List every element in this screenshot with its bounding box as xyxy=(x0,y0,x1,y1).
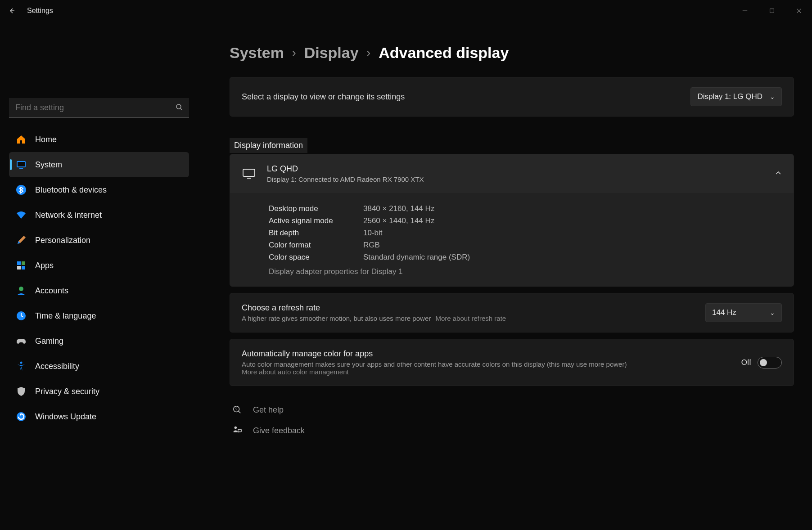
info-row: Color format RGB xyxy=(269,241,782,250)
search-wrap xyxy=(9,98,189,118)
svg-point-12 xyxy=(20,362,23,364)
sidebar-item-label: System xyxy=(35,160,62,170)
network-icon xyxy=(15,209,27,221)
svg-rect-3 xyxy=(18,162,25,166)
sidebar-item-label: Accounts xyxy=(35,286,68,296)
back-button[interactable] xyxy=(7,6,16,15)
refresh-rate-dropdown[interactable]: 144 Hz ⌄ xyxy=(705,303,782,322)
sidebar-item-system[interactable]: System xyxy=(9,152,189,177)
info-key: Bit depth xyxy=(269,229,354,238)
gaming-icon xyxy=(15,335,27,347)
apps-icon xyxy=(15,260,27,271)
svg-rect-8 xyxy=(17,266,21,269)
refresh-rate-card: Choose a refresh rate A higher rate give… xyxy=(230,293,794,332)
titlebar: Settings xyxy=(0,0,812,22)
svg-point-10 xyxy=(19,287,23,291)
sidebar-item-network[interactable]: Network & internet xyxy=(9,202,189,228)
info-value: 2560 × 1440, 144 Hz xyxy=(363,216,434,225)
auto-color-sub: Auto color management makes sure your ap… xyxy=(242,360,627,376)
display-info-card: LG QHD Display 1: Connected to AMD Radeo… xyxy=(230,154,794,287)
sidebar-item-gaming[interactable]: Gaming xyxy=(9,328,189,354)
bluetooth-icon xyxy=(15,184,27,196)
auto-color-card: Automatically manage color for apps Auto… xyxy=(230,339,794,386)
sidebar-item-home[interactable]: Home xyxy=(9,127,189,152)
chevron-down-icon: ⌄ xyxy=(770,309,775,316)
info-value: 10-bit xyxy=(363,229,383,238)
titlebar-left: Settings xyxy=(7,6,53,15)
sidebar-item-label: Time & language xyxy=(35,311,96,321)
time-language-icon xyxy=(15,310,27,322)
display-info-body: Desktop mode 3840 × 2160, 144 Hz Active … xyxy=(230,193,794,286)
auto-color-toggle-wrap: Off xyxy=(741,357,782,368)
display-name: LG QHD xyxy=(267,164,424,174)
chevron-up-icon xyxy=(775,170,782,178)
sidebar-item-label: Home xyxy=(35,135,57,144)
info-value: 3840 × 2160, 144 Hz xyxy=(363,204,434,213)
sidebar-item-windows-update[interactable]: Windows Update xyxy=(9,404,189,429)
info-row: Active signal mode 2560 × 1440, 144 Hz xyxy=(269,216,782,225)
get-help-link[interactable]: ? Get help xyxy=(230,400,794,420)
nav-list: Home System Bluetooth & devices Network … xyxy=(9,127,189,429)
monitor-icon xyxy=(242,166,256,181)
close-button[interactable] xyxy=(795,7,803,15)
sidebar-item-time-language[interactable]: Time & language xyxy=(9,303,189,328)
info-value: RGB xyxy=(363,241,380,250)
accounts-icon xyxy=(15,285,27,296)
sidebar-item-label: Gaming xyxy=(35,337,63,346)
sidebar-item-apps[interactable]: Apps xyxy=(9,253,189,278)
sidebar: Home System Bluetooth & devices Network … xyxy=(0,22,198,530)
minimize-button[interactable] xyxy=(741,7,749,15)
sidebar-item-label: Windows Update xyxy=(35,412,96,422)
chevron-right-icon: › xyxy=(367,46,371,60)
display-info-header[interactable]: LG QHD Display 1: Connected to AMD Radeo… xyxy=(230,154,794,193)
window-controls xyxy=(741,7,805,15)
info-key: Color space xyxy=(269,253,354,262)
info-value: Standard dynamic range (SDR) xyxy=(363,253,470,262)
display-selector-card: Select a display to view or change its s… xyxy=(230,77,794,117)
display-selector-value: Display 1: LG QHD xyxy=(697,92,762,101)
personalization-icon xyxy=(15,234,27,246)
info-key: Active signal mode xyxy=(269,216,354,225)
breadcrumb-system[interactable]: System xyxy=(230,44,284,62)
feedback-icon xyxy=(231,425,243,436)
breadcrumb-current: Advanced display xyxy=(379,44,509,62)
sidebar-item-personalization[interactable]: Personalization xyxy=(9,228,189,253)
sidebar-item-privacy[interactable]: Privacy & security xyxy=(9,379,189,404)
display-connection: Display 1: Connected to AMD Radeon RX 79… xyxy=(267,175,424,183)
adapter-properties-link[interactable]: Display adapter properties for Display 1 xyxy=(269,267,782,276)
refresh-rate-title: Choose a refresh rate xyxy=(242,303,506,313)
svg-rect-14 xyxy=(243,169,255,176)
sidebar-item-bluetooth[interactable]: Bluetooth & devices xyxy=(9,177,189,202)
get-help-label: Get help xyxy=(253,405,284,415)
svg-point-17 xyxy=(235,427,237,429)
refresh-rate-more-link[interactable]: More about refresh rate xyxy=(435,314,506,322)
maximize-button[interactable] xyxy=(768,7,776,15)
sidebar-item-accounts[interactable]: Accounts xyxy=(9,278,189,303)
svg-text:?: ? xyxy=(235,407,238,411)
display-selector-dropdown[interactable]: Display 1: LG QHD ⌄ xyxy=(690,87,782,106)
main-content: System › Display › Advanced display Sele… xyxy=(198,22,812,530)
sidebar-item-label: Network & internet xyxy=(35,211,102,220)
svg-rect-0 xyxy=(770,9,774,13)
sidebar-item-label: Apps xyxy=(35,261,54,270)
toggle-state-label: Off xyxy=(741,358,751,367)
chevron-right-icon: › xyxy=(292,46,296,60)
sidebar-item-label: Accessibility xyxy=(35,362,79,371)
auto-color-title: Automatically manage color for apps xyxy=(242,349,627,359)
help-icon: ? xyxy=(231,404,243,416)
update-icon xyxy=(15,411,27,422)
breadcrumb: System › Display › Advanced display xyxy=(230,44,794,62)
give-feedback-link[interactable]: Give feedback xyxy=(230,420,794,441)
breadcrumb-display[interactable]: Display xyxy=(304,44,359,62)
svg-rect-18 xyxy=(238,429,241,432)
footer-links: ? Get help Give feedback xyxy=(230,400,794,441)
give-feedback-label: Give feedback xyxy=(253,426,305,436)
accessibility-icon xyxy=(15,360,27,372)
refresh-rate-sub: A higher rate gives smoother motion, but… xyxy=(242,314,506,322)
info-row: Color space Standard dynamic range (SDR) xyxy=(269,253,782,262)
auto-color-more-link[interactable]: More about auto color management xyxy=(242,368,349,376)
sidebar-item-accessibility[interactable]: Accessibility xyxy=(9,354,189,379)
search-input[interactable] xyxy=(9,98,189,118)
auto-color-toggle[interactable] xyxy=(758,357,782,368)
svg-rect-9 xyxy=(22,266,25,269)
